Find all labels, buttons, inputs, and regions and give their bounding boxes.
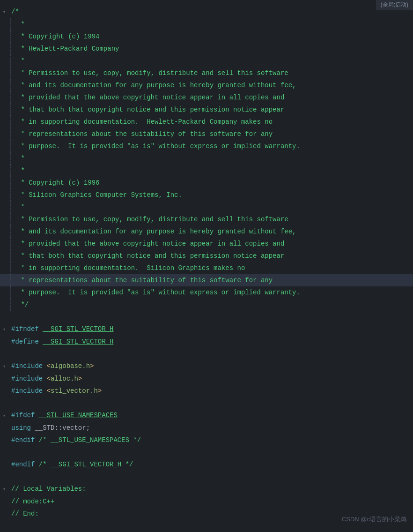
token: < [47,362,51,370]
fold-button [0,140,8,141]
token: * purpose. It is provided "as is" withou… [17,289,300,296]
fold-button[interactable]: ▾ [0,6,8,18]
gutter-line [10,286,14,299]
code-line [0,397,413,409]
line-content: * purpose. It is provided "as is" withou… [14,286,413,299]
token: * in supporting documentation. Hewlett-P… [17,118,273,126]
line-content: /* [8,6,413,18]
token: * [17,21,25,28]
code-line: * [0,165,413,177]
fold-button [0,495,8,496]
code-line: * in supporting documentation. Silicon G… [0,262,413,274]
code-line: * [0,18,413,30]
gutter-line [10,299,14,311]
code-line: * that both that copyright notice and th… [0,104,413,116]
editor-container: (全局:启动) ▾/* * * Copyright (c) 1994 * Hew… [0,0,413,532]
fold-button [0,213,8,214]
token: * purpose. It is provided "as is" withou… [17,142,300,150]
token: #define [11,338,39,345]
token: * [17,155,25,162]
line-content: * Permission to use, copy, modify, distr… [14,213,413,225]
gutter-line [10,104,14,116]
token: // End: [11,510,39,517]
fold-button[interactable]: ▾ [0,409,8,422]
fold-button [0,225,8,226]
line-content: #ifndef __SGI_STL_VECTOR_H [8,323,413,335]
line-content: * Hewlett-Packard Company [14,43,413,55]
fold-button[interactable]: ▾ [0,360,8,373]
line-content: * that both that copyright notice and th… [14,104,413,116]
gutter-line [10,189,14,201]
gutter-line [10,55,14,67]
fold-button [0,79,8,80]
code-line: * representations about the suitability … [0,128,413,140]
line-content: #ifdef __STL_USE_NAMESPACES [8,409,413,421]
fold-button [0,508,8,508]
token: // Local Variables: [11,485,86,493]
code-line: * representations about the suitability … [0,274,413,286]
line-content: * representations about the suitability … [14,128,413,140]
gutter-line [10,79,14,91]
fold-button [0,262,8,262]
gutter-line [10,128,14,140]
code-line [0,446,413,458]
gutter-line [10,213,14,225]
fold-button [0,348,8,348]
token [43,387,46,395]
token: < [47,375,51,382]
token: * Silicon Graphics Computer Systems, Inc… [17,191,182,199]
code-line: #include <alloc.h> [0,373,413,385]
token: * representations about the suitability … [17,130,273,138]
token: > [90,362,94,370]
code-line: * provided that the above copyright noti… [0,238,413,250]
fold-button [0,434,8,435]
gutter-line [10,140,14,152]
line-content: #define __SGI_STL_VECTOR_H [8,336,413,348]
fold-button [0,250,8,250]
code-line: * Hewlett-Packard Company [0,43,413,55]
gutter-line [10,43,14,55]
line-content: * Copyright (c) 1994 [14,30,413,43]
watermark: CSDN @c语言的小菜鸡 [342,515,406,524]
fold-button [0,286,8,287]
token [39,338,43,345]
code-line: * Permission to use, copy, modify, distr… [0,67,413,79]
code-line: * Permission to use, copy, modify, distr… [0,213,413,225]
token [35,412,38,419]
token: /* __STL_USE_NAMESPACES */ [39,436,141,444]
line-content: // Local Variables: [8,483,413,495]
fold-button[interactable]: ▾ [0,483,8,495]
line-content: * Permission to use, copy, modify, distr… [14,67,413,79]
token: stl_vector.h [51,387,98,395]
line-content: * [14,55,413,67]
token: * that both that copyright notice and th… [17,252,284,260]
line-content: * Silicon Graphics Computer Systems, Inc… [14,189,413,201]
token: /* __SGI_STL_VECTOR_H */ [39,461,133,468]
token: #include [11,387,43,395]
fold-button [0,201,8,202]
code-line: ▾#ifndef __SGI_STL_VECTOR_H [0,323,413,336]
code-line: * purpose. It is provided "as is" withou… [0,140,413,152]
fold-button [0,128,8,128]
fold-button [0,152,8,153]
code-line: using __STD::vector; [0,422,413,434]
fold-button [0,397,8,397]
fold-button [0,91,8,92]
code-line: #endif /* __SGI_STL_VECTOR_H */ [0,458,413,471]
code-line: * [0,201,413,213]
token: * [17,203,25,211]
line-content: * and its documentation for any purpose … [14,79,413,91]
line-content: * that both that copyright notice and th… [14,250,413,262]
code-line [0,348,413,360]
token [35,461,38,468]
code-line: // mode:C++ [0,495,413,508]
fold-button[interactable]: ▾ [0,323,8,336]
fold-button [0,55,8,55]
token [39,325,43,333]
token: * and its documentation for any purpose … [17,228,296,235]
line-content: * [14,18,413,30]
code-line: * and its documentation for any purpose … [0,225,413,238]
gutter-line [10,165,14,177]
gutter-line [10,238,14,250]
token: #endif [11,461,35,468]
